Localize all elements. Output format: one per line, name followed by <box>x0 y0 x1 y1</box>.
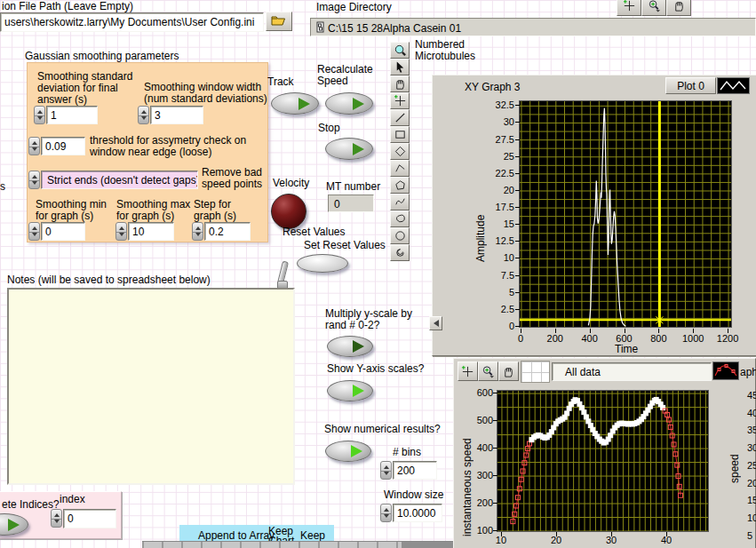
xy-x-tick-mark <box>625 329 625 333</box>
ellipse-icon <box>394 229 407 242</box>
show-num-label: Show numerical results? <box>324 424 441 435</box>
speed-plot-area[interactable] <box>497 390 709 532</box>
graph2-plot-palette[interactable] <box>521 361 550 383</box>
file-path-value: users\herskowitz.larry\My Documents\User… <box>4 16 254 28</box>
zoom-tool-button[interactable] <box>641 0 666 16</box>
openpoly-tool-button[interactable] <box>390 160 410 177</box>
xy-y-tick-mark <box>515 139 520 140</box>
rectangle-tool-button[interactable] <box>390 126 410 143</box>
plot0-legend-button[interactable]: Plot 0 <box>665 77 716 94</box>
polygon-icon <box>394 179 407 192</box>
xy-scroll-left-button[interactable] <box>429 316 442 330</box>
xy-y-tick-mark <box>515 190 520 191</box>
smooth-max-field[interactable]: 10 <box>128 222 174 241</box>
smooth-min-spinner[interactable] <box>28 222 40 241</box>
notes-label: Notes (will be saved to spreadsheet belo… <box>7 274 211 286</box>
xy-x-tick-label: 200 <box>547 334 563 344</box>
show-y-axis-button[interactable] <box>327 380 373 401</box>
browse-folder-button[interactable] <box>266 12 292 31</box>
line-tool-button[interactable] <box>390 109 410 126</box>
velocity-led[interactable] <box>271 194 306 229</box>
rectangle-icon <box>394 128 407 141</box>
speed-x-tick-mark <box>501 532 502 536</box>
set-reset-values-button[interactable] <box>297 254 348 273</box>
zoom-tool-button[interactable] <box>478 361 498 381</box>
stop-button[interactable] <box>325 138 373 160</box>
reset-toggle-switch[interactable] <box>274 254 293 290</box>
smooth-max-spinner[interactable] <box>115 222 127 241</box>
xy-y-tick-mark <box>515 122 520 123</box>
ends-mode-spinner[interactable] <box>28 171 40 189</box>
spiral-tool-button[interactable] <box>390 244 410 261</box>
multiply-label: Multiply y-scale by rand # 0-2? <box>325 308 416 331</box>
xy-y-tick-label: 7.5 <box>501 270 514 280</box>
numbered-microtubules-label: NumberedMicrotubules <box>415 39 475 62</box>
xy-x-tick-label: 600 <box>616 334 632 344</box>
threshold-field[interactable]: 0.09 <box>41 137 85 155</box>
window-width-field[interactable]: 3 <box>150 106 203 124</box>
ends-mode-combo[interactable]: Strict ends (doesn't detect gaps) <box>41 171 198 189</box>
line-icon <box>394 111 407 124</box>
file-path-field[interactable]: users\herskowitz.larry\My Documents\User… <box>0 12 264 32</box>
index-spinner[interactable] <box>51 509 62 528</box>
right-y-axis-label: speed <box>729 430 741 483</box>
right-y-tick-label: 10 <box>747 513 756 523</box>
cut-label-fragment: s <box>0 181 5 193</box>
hand-tool-button[interactable] <box>390 75 410 92</box>
white-zigzag-icon <box>718 78 749 93</box>
graph2-legend-sample[interactable] <box>712 361 739 380</box>
threshold-label: threshold for assymetry check on window … <box>90 135 263 158</box>
std-dev-field[interactable]: 1 <box>46 106 98 124</box>
xy-y-tick-mark <box>515 173 520 174</box>
xy-graph-3: XY Graph 3 Plot 0 Amplitude Time 02.557.… <box>432 75 756 356</box>
step-label: Step for graph (s) <box>194 199 249 222</box>
step-field[interactable]: 0.2 <box>204 222 251 241</box>
freehand-icon <box>394 195 407 209</box>
plot0-legend-sample[interactable] <box>717 77 750 94</box>
mt-number-field[interactable]: 0 <box>328 195 374 212</box>
smooth-min-field[interactable]: 0 <box>41 222 85 241</box>
notes-textarea[interactable] <box>7 288 295 485</box>
ellipse-tool-button[interactable] <box>390 227 410 244</box>
crosshair-tool-button[interactable] <box>617 0 641 16</box>
blob-tool-button[interactable] <box>390 210 410 227</box>
zoom-icon <box>648 0 661 12</box>
cursor-tool-button[interactable] <box>390 59 410 75</box>
image-directory-field[interactable]: C:\15 15 28Alpha Casein 01 <box>310 18 756 36</box>
threshold-spinner[interactable] <box>28 137 40 155</box>
speed-x-tick-label: 10 <box>496 536 506 545</box>
xy-y-tick-mark <box>515 292 520 293</box>
right-y-tick-label: 35 <box>747 425 756 435</box>
xy-y-tick-mark <box>515 309 520 310</box>
window-size-field[interactable]: 10.0000 <box>393 504 442 522</box>
index-field[interactable]: 0 <box>63 509 116 528</box>
bins-spinner[interactable] <box>380 461 392 480</box>
recalculate-speed-button[interactable] <box>325 92 373 115</box>
hand-tool-button[interactable] <box>498 361 519 381</box>
xy-y-tick-mark <box>515 241 520 242</box>
hand-tool-button[interactable] <box>666 0 691 16</box>
window-width-label: Smoothing window width (num standard dev… <box>144 82 270 105</box>
multiply-yscale-button[interactable] <box>327 336 373 357</box>
diamond-tool-button[interactable] <box>390 143 410 160</box>
crosshair-tool-button[interactable] <box>458 361 478 381</box>
freehand-tool-button[interactable] <box>390 194 410 210</box>
track-button[interactable] <box>271 92 319 115</box>
bins-label: # bins <box>393 447 421 458</box>
xy-y-tick-mark <box>515 207 520 208</box>
polygon-tool-button[interactable] <box>390 177 410 194</box>
xy-y-tick-label: 17.5 <box>496 203 514 212</box>
magnifier-tool-button[interactable] <box>390 42 410 59</box>
crosshair-tool-button[interactable] <box>390 92 410 109</box>
xy-plot-area[interactable] <box>519 100 732 328</box>
window-size-spinner[interactable] <box>380 504 392 522</box>
velocity-label: Velocity <box>273 178 309 189</box>
bins-field[interactable]: 200 <box>393 461 437 480</box>
show-numerical-button[interactable] <box>325 441 371 462</box>
window-width-spinner[interactable] <box>138 106 149 124</box>
std-dev-spinner[interactable] <box>34 106 45 124</box>
speed-x-tick-label: 30 <box>606 536 617 545</box>
xy-y-tick-label: 5 <box>509 287 514 297</box>
all-data-combo[interactable]: All data <box>552 362 712 381</box>
step-spinner[interactable] <box>192 222 203 241</box>
